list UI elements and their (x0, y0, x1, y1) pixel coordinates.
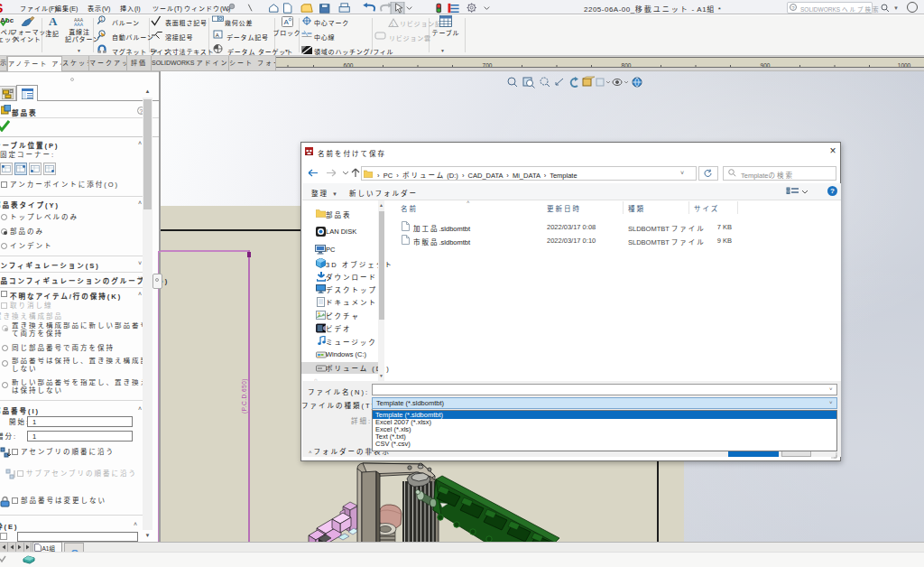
svg-text:AAA: AAA (74, 22, 84, 27)
svg-text:700: 700 (483, 62, 493, 68)
svg-text:Lø: Lø (151, 48, 157, 53)
svg-text:800: 800 (622, 62, 632, 68)
svg-text:1: 1 (392, 22, 394, 27)
svg-text:900: 900 (761, 62, 771, 68)
svg-text:1000: 1000 (898, 62, 911, 68)
svg-text:600: 600 (344, 62, 354, 68)
svg-text:A: A (284, 18, 290, 26)
svg-text:A: A (216, 33, 219, 38)
